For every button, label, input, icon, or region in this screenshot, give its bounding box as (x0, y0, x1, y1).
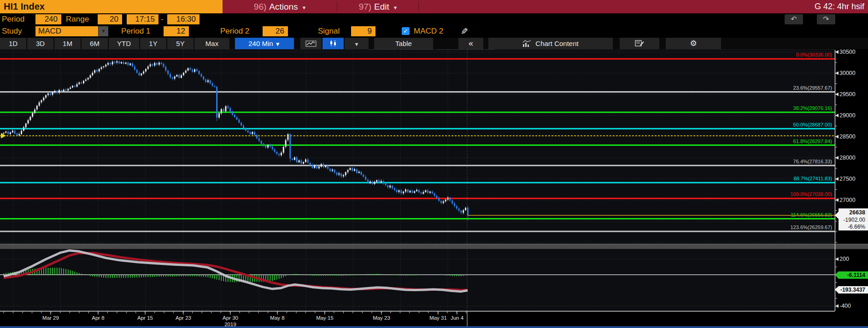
candle-body (121, 62, 122, 63)
price-axis-label: 29000 (839, 112, 856, 119)
candle-body (361, 172, 362, 174)
candle-body (16, 133, 18, 135)
candle-body (458, 208, 460, 211)
fib-label: 50.0%(28687.00) (793, 122, 832, 127)
candle-body (200, 74, 202, 77)
candle-body (327, 166, 328, 168)
candle-body (205, 80, 206, 82)
candle-body (403, 191, 404, 193)
candle-body (141, 74, 142, 75)
candle-body (318, 167, 320, 168)
candle-body (385, 184, 387, 185)
candle-body (207, 81, 209, 82)
price-axis-label: 30000 (839, 70, 856, 76)
candle-body (334, 170, 335, 173)
macd-line-value: -193.3437 (840, 287, 865, 293)
candle-body (434, 193, 435, 196)
candle-body (429, 191, 431, 193)
candle-body (12, 131, 13, 132)
candle-body (376, 180, 377, 182)
candle-body (154, 63, 155, 66)
candle-body (181, 75, 182, 78)
candle-body (170, 74, 171, 77)
candle-body (411, 191, 413, 193)
candle-body (47, 93, 49, 95)
candle-body (394, 188, 395, 190)
candle-body (152, 64, 153, 66)
candle-body (183, 73, 184, 75)
candle-body (398, 190, 399, 192)
candle-body (405, 190, 406, 192)
candle-body (196, 69, 198, 71)
candle-body (447, 197, 449, 200)
candle-body (52, 92, 53, 95)
candle-body (323, 164, 324, 167)
candle-body (463, 210, 464, 213)
candle-body (343, 175, 344, 177)
candle-body (28, 120, 29, 123)
candle-body (454, 203, 455, 206)
candle-body (218, 113, 220, 117)
candle-body (270, 145, 271, 147)
candle-body (363, 175, 364, 177)
candle-body (299, 160, 300, 162)
pct-change-value: -6.66% (848, 224, 865, 230)
candle-body (36, 106, 38, 109)
candle-body (188, 68, 189, 71)
date-label: May 31 (429, 315, 447, 321)
date-label: May 23 (373, 315, 390, 321)
candle-body (112, 62, 113, 64)
candle-body (467, 207, 469, 215)
candle-body (276, 152, 277, 154)
candle-body (238, 120, 240, 122)
candle-body (347, 170, 349, 173)
chart-canvas[interactable]: 0.0%(30336.00)23.6%(29557.67)38.2%(29076… (0, 0, 868, 328)
price-axis-label: 27000 (839, 197, 856, 203)
candle-body (243, 126, 244, 128)
candle-body (289, 134, 291, 158)
candle-body (452, 201, 453, 203)
candle-body (265, 146, 266, 148)
candle-body (436, 196, 437, 198)
candle-body (192, 70, 193, 72)
candle-body (281, 153, 282, 155)
candle-body (387, 185, 388, 188)
candle-body (194, 69, 195, 72)
candle-body (422, 192, 424, 194)
candle-body (247, 131, 249, 132)
candle-body (199, 71, 200, 74)
candle-body (176, 75, 177, 77)
candle-body (367, 180, 369, 183)
candle-body (221, 109, 222, 113)
date-label: Jun 4 (451, 315, 464, 321)
candle-body (107, 63, 109, 65)
candle-body (99, 69, 100, 72)
candle-body (78, 82, 80, 84)
candle-body (234, 115, 235, 117)
candle-body (61, 90, 62, 92)
candle-body (438, 198, 440, 201)
candle-body (443, 201, 444, 203)
candle-body (216, 86, 217, 117)
fib-label: 76.4%(27816.33) (793, 159, 832, 164)
candle-body (465, 207, 466, 210)
macd-hist-value: -6.1114 (847, 272, 866, 278)
candle-body (225, 106, 227, 111)
candle-body (96, 70, 98, 72)
candle-body (114, 62, 116, 63)
candle-body (10, 132, 11, 134)
candle-body (227, 106, 229, 108)
candle-body (41, 100, 42, 103)
candle-body (392, 186, 393, 189)
candle-body (252, 132, 253, 134)
candle-body (210, 81, 211, 83)
price-axis-label: 28000 (839, 155, 856, 161)
candle-body (300, 160, 302, 163)
candle-body (240, 123, 242, 126)
candle-body (316, 165, 317, 168)
candle-body (223, 109, 224, 111)
candle-body (212, 83, 213, 86)
candle-body (432, 191, 433, 193)
candle-body (236, 117, 238, 120)
candle-body (345, 172, 346, 175)
